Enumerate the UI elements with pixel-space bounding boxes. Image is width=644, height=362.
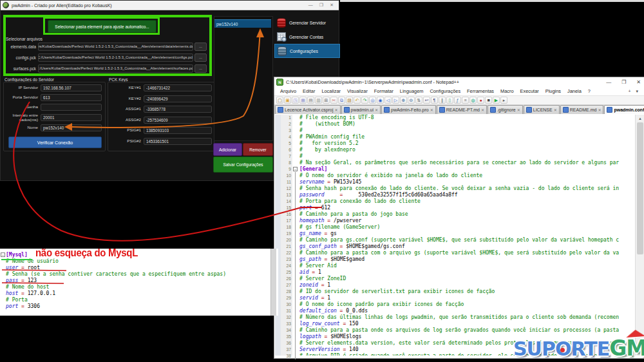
word-wrap-icon[interactable]: ↩: [423, 97, 430, 104]
minimize-icon[interactable]: —: [606, 79, 611, 85]
tab-license[interactable]: LICENSE✕: [524, 105, 560, 114]
field-input[interactable]: 192.168.56.107: [41, 84, 102, 91]
paste-icon[interactable]: ▨: [346, 97, 353, 104]
fold-collapse-icon[interactable]: −: [293, 167, 298, 171]
menu-item-macro[interactable]: Macro: [497, 88, 517, 94]
menu-item-ferramentas[interactable]: Ferramentas: [464, 88, 497, 94]
tab-close-icon[interactable]: ✕: [598, 108, 601, 112]
field-input[interactable]: -257534609: [144, 117, 212, 124]
line-number: 26: [281, 276, 292, 282]
field-input[interactable]: [41, 104, 102, 111]
menu-item-localizar[interactable]: Localizar: [318, 88, 344, 94]
menu-item-executar[interactable]: Executar: [517, 88, 542, 94]
menu-item-configuraes[interactable]: Configurações: [426, 88, 464, 94]
server-list-item-selected[interactable]: pw152v140: [214, 19, 271, 28]
menu-item-visualizar[interactable]: Visualizar: [344, 88, 371, 94]
browse-button[interactable]: ...: [194, 43, 207, 51]
cut-icon[interactable]: ✂: [330, 97, 337, 104]
menu-item-plugins[interactable]: Plugins: [542, 88, 564, 94]
menu-item-arquivo[interactable]: Arquivo: [277, 88, 299, 94]
verify-connection-button[interactable]: Verificar Conexão: [8, 137, 102, 148]
browse-button[interactable]: ...: [194, 53, 207, 62]
save-settings-button[interactable]: Salvar Configurações: [213, 157, 273, 173]
close-icon[interactable]: ✕: [330, 3, 334, 8]
replace-icon[interactable]: ◉: [377, 97, 384, 104]
server-list[interactable]: pw152v140: [214, 16, 273, 141]
tab-pwadmin-feito-pro[interactable]: pwAdmin-Feito.pro✕: [381, 105, 436, 114]
copy-icon[interactable]: ⧉: [338, 97, 345, 104]
tab-readme-md[interactable]: README.md✕: [560, 105, 604, 114]
find-icon[interactable]: ◎: [369, 97, 376, 104]
menu-item-editar[interactable]: Editar: [299, 88, 318, 94]
tab-pwadmin-ui[interactable]: pwadmin.ui✕: [341, 105, 381, 114]
browse-button[interactable]: ...: [194, 64, 207, 73]
minimize-icon[interactable]: —: [308, 3, 313, 8]
menu-item-linguagem[interactable]: Linguagem: [397, 88, 427, 94]
new-file-icon[interactable]: ▢: [276, 97, 283, 104]
field-input[interactable]: -33685778: [144, 106, 212, 113]
save-icon[interactable]: ◳: [292, 97, 299, 104]
sidebar-item-configura-es[interactable]: Configurações: [274, 44, 340, 58]
play-macro-icon[interactable]: ▶: [493, 97, 500, 104]
indent-guide-icon[interactable]: ∥: [439, 97, 446, 104]
zoom-out-icon[interactable]: ⊖: [408, 97, 415, 104]
sync-scroll-icon[interactable]: ⇅: [415, 97, 422, 104]
file-path-input[interactable]: sers/Koba/Downloads/Perfect World 1.5.2-…: [38, 43, 193, 51]
tab-close-icon[interactable]: ✕: [375, 108, 378, 112]
redo-icon[interactable]: ↷: [361, 97, 368, 104]
auto-adjust-button[interactable]: Selecionar pasta element para ajuste aut…: [48, 20, 156, 33]
maximize-icon[interactable]: ❐: [319, 3, 323, 8]
menu-item-formatar[interactable]: Formatar: [371, 88, 397, 94]
stop-macro-icon[interactable]: ■: [485, 97, 492, 104]
show-all-chars-icon[interactable]: ¶: [431, 97, 438, 104]
field-input[interactable]: -240896429: [144, 95, 212, 102]
find-prev-icon[interactable]: ◁: [384, 97, 392, 104]
new-tab-icon[interactable]: +: [628, 89, 630, 94]
add-button[interactable]: Adicionar: [213, 143, 242, 156]
vertical-scrollbar[interactable]: ▲: [635, 115, 644, 356]
undo-icon[interactable]: ↶: [354, 97, 361, 104]
field-input[interactable]: 20001: [41, 114, 102, 121]
sidebar-item-gerenciar-servidor[interactable]: Gerenciar Servidor: [274, 17, 340, 28]
tab-close-icon[interactable]: ✕: [430, 108, 433, 112]
editor-text-area[interactable]: # File encoding is UTF-8# (without BOM)#…: [299, 115, 635, 356]
doc-map-icon[interactable]: ▯: [446, 97, 453, 104]
file-path-input[interactable]: C:/Users/Koba/Downloads/Perfect World 1.…: [38, 53, 193, 62]
field-input[interactable]: pw152v140: [41, 124, 102, 131]
fold-margin[interactable]: −: [292, 115, 299, 356]
save-all-icon[interactable]: ▦: [299, 97, 307, 104]
remove-button[interactable]: Remover: [243, 143, 273, 156]
zoom-in-icon[interactable]: ⊕: [400, 97, 407, 104]
close-icon[interactable]: ✕: [636, 79, 641, 85]
tab--gitignore[interactable]: .gitignore✕: [488, 105, 523, 114]
file-path-input[interactable]: C:/Users/Koba/Downloads/Perfect World 1.…: [38, 64, 193, 73]
scrollbar-thumb[interactable]: [637, 122, 643, 254]
tab-lecence-activator-csproj[interactable]: Lecence Activator.csproj✕: [275, 105, 341, 114]
tab-readme-pt-md[interactable]: README-PT.md✕: [437, 105, 487, 114]
tab-pwadmin-conf[interactable]: pwadmin.conf✕: [604, 105, 644, 114]
menu-item-?[interactable]: ?: [585, 88, 594, 94]
menu-item-janela[interactable]: Janela: [564, 88, 585, 94]
open-folder-icon[interactable]: ▣: [284, 97, 291, 104]
field-input[interactable]: 1453361501: [144, 138, 212, 145]
function-list-icon[interactable]: ƒ: [454, 97, 461, 104]
tab-close-icon[interactable]: ✕: [481, 108, 484, 112]
field-input[interactable]: 613: [41, 94, 102, 101]
field-input[interactable]: -1466731422: [144, 84, 212, 91]
print-icon[interactable]: ⊞: [323, 97, 330, 104]
doc-switcher-icon[interactable]: ≡: [462, 97, 469, 104]
run-macro-multi-icon[interactable]: ▸: [500, 97, 507, 104]
close-file-icon[interactable]: ▤: [307, 97, 314, 104]
tab-close-icon[interactable]: ✕: [517, 108, 520, 112]
monitoring-icon[interactable]: ◍: [469, 97, 477, 104]
maximize-icon[interactable]: ❐: [621, 79, 626, 85]
field-input[interactable]: 1385093103: [144, 127, 212, 134]
tab-close-icon[interactable]: ✕: [554, 108, 557, 112]
scrollbar-up-icon[interactable]: ▲: [636, 115, 644, 122]
sidebar-item-gerenciar-contas[interactable]: Gerenciar Contas: [274, 31, 340, 43]
tab-close-icon[interactable]: ✕: [335, 108, 338, 112]
find-next-icon[interactable]: ▷: [392, 97, 399, 104]
close-all-icon[interactable]: ▥: [315, 97, 322, 104]
record-macro-icon[interactable]: ●: [477, 97, 484, 104]
tab-list-icon[interactable]: ▾: [636, 89, 638, 94]
